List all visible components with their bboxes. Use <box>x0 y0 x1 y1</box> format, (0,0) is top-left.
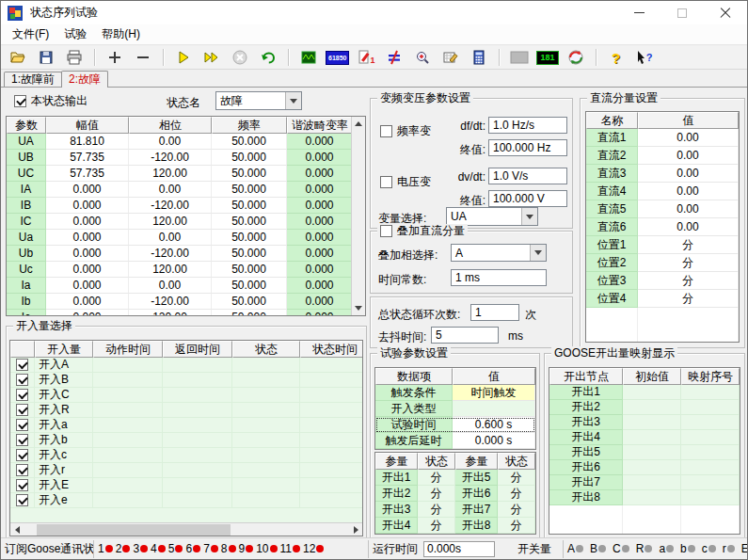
binary-input-checkbox[interactable] <box>16 494 28 506</box>
col-header-checkbox[interactable] <box>10 341 35 358</box>
save-button[interactable] <box>35 47 57 68</box>
goose-mapping-row[interactable]: 开出1 <box>549 385 740 400</box>
variable-select-combo[interactable]: UA <box>446 207 538 226</box>
volt-change-checkbox[interactable] <box>380 176 392 188</box>
dc-value-cell[interactable]: 0.00 <box>638 183 739 200</box>
amplitude-cell[interactable]: 0.000 <box>46 198 129 214</box>
dc-value-cell[interactable]: 0.00 <box>638 200 739 218</box>
debounce-input[interactable]: 5 <box>431 327 499 344</box>
frequency-cell[interactable]: 50.000 <box>212 182 287 198</box>
initial-value-cell[interactable] <box>623 385 681 400</box>
state-name-combo[interactable]: 故障 <box>215 91 302 110</box>
thd-cell[interactable]: 0.000 <box>287 230 351 246</box>
binary-input-row[interactable]: 开入b <box>10 433 362 448</box>
binary-input-checkbox[interactable] <box>16 374 28 386</box>
freq-change-checkbox[interactable] <box>380 125 392 137</box>
amplitude-cell[interactable]: 0.000 <box>46 246 129 262</box>
initial-value-cell[interactable] <box>623 490 681 505</box>
dc-table-row[interactable]: 位置2 分 <box>586 254 739 272</box>
amplitude-cell[interactable]: 57.735 <box>46 150 129 166</box>
sequence-edit-button[interactable] <box>439 47 462 68</box>
combo-dropdown-button[interactable] <box>285 92 301 109</box>
dc-value-cell[interactable]: 分 <box>638 272 739 290</box>
thd-cell[interactable]: 0.000 <box>287 166 351 182</box>
digital-display-button[interactable]: 181 <box>536 47 558 68</box>
scrollbar-thumb[interactable] <box>37 524 231 536</box>
value-cell[interactable]: 0.600 s <box>453 417 535 433</box>
col-header-state-time[interactable]: 状态时间 <box>300 341 363 358</box>
col-header-output-node[interactable]: 开出节点 <box>549 368 623 385</box>
phase-cell[interactable]: 0.00 <box>129 278 212 294</box>
goose-mapping-row[interactable]: 开出5 <box>549 445 740 460</box>
binary-input-row[interactable]: 开入r <box>10 463 362 478</box>
amplitude-cell[interactable]: 0.000 <box>46 182 129 198</box>
phase-cell[interactable]: 120.00 <box>129 262 212 278</box>
tab-state-2[interactable]: 2:故障 <box>61 71 108 88</box>
initial-value-cell[interactable] <box>623 415 681 430</box>
binary-input-row[interactable]: 开入C <box>10 388 362 403</box>
tab-state-1[interactable]: 1:故障前 <box>4 72 62 87</box>
scroll-down-button[interactable] <box>352 301 365 315</box>
frequency-cell[interactable]: 50.000 <box>212 294 287 310</box>
stop-button[interactable] <box>229 47 251 68</box>
close-button[interactable] <box>704 1 747 24</box>
binary-input-row[interactable]: 开入E <box>10 478 362 493</box>
freq-end-input[interactable]: 100.000 Hz <box>488 139 567 156</box>
goose-mapping-row[interactable]: 开出8 <box>549 490 740 505</box>
binary-input-checkbox[interactable] <box>16 404 28 416</box>
thd-cell[interactable]: 0.000 <box>287 198 351 214</box>
col-header-state[interactable]: 状态 <box>232 341 300 358</box>
col-header-thd[interactable]: 谐波畸变率 <box>287 117 351 134</box>
dc-value-cell[interactable]: 分 <box>638 254 739 272</box>
col-header-initial-value[interactable]: 初始值 <box>623 368 681 385</box>
output-state-cell[interactable]: 分 <box>498 486 535 502</box>
dc-table-row[interactable]: 直流6 0.00 <box>586 218 739 236</box>
phase-cell[interactable]: -120.00 <box>129 198 212 214</box>
combo-dropdown-button[interactable] <box>521 208 537 225</box>
param-table-row[interactable]: Ib 0.000 -120.00 50.000 0.000 <box>7 294 351 310</box>
trigger-table-row[interactable]: 开入类型 <box>375 401 535 417</box>
param-table-row[interactable]: Ic 0.000 120.00 50.000 0.000 <box>7 310 351 315</box>
value-cell[interactable]: 时间触发 <box>453 385 535 401</box>
state-output-checkbox[interactable] <box>14 95 26 107</box>
print-button[interactable] <box>63 47 86 68</box>
col-header-phase[interactable]: 相位 <box>129 117 212 134</box>
param-table-row[interactable]: IB 0.000 -120.00 50.000 0.000 <box>7 198 351 214</box>
frequency-cell[interactable]: 50.000 <box>212 310 287 315</box>
dc-table-row[interactable]: 位置3 分 <box>586 272 739 290</box>
zoom-button[interactable] <box>411 47 434 68</box>
output-state-row[interactable]: 开出3 分 开出7 分 <box>375 502 535 518</box>
help-button[interactable]: ? <box>605 47 628 68</box>
thd-cell[interactable]: 0.000 <box>287 134 351 150</box>
col-header-state-1[interactable]: 状态 <box>418 453 455 470</box>
mapping-index-cell[interactable] <box>681 445 740 460</box>
initial-value-cell[interactable] <box>623 475 681 490</box>
sync-button[interactable] <box>565 47 587 68</box>
blank-button[interactable] <box>508 47 531 68</box>
dc-value-cell[interactable]: 分 <box>638 236 739 254</box>
phase-cell[interactable]: -120.00 <box>129 150 212 166</box>
dc-value-cell[interactable]: 0.00 <box>638 165 739 183</box>
calculator-button[interactable] <box>468 47 490 68</box>
initial-value-cell[interactable] <box>623 430 681 445</box>
phase-cell[interactable]: -120.00 <box>129 294 212 310</box>
waveform-button[interactable] <box>297 47 320 68</box>
amplitude-cell[interactable]: 0.000 <box>46 262 129 278</box>
goose-mapping-row[interactable]: 开出6 <box>549 460 740 475</box>
mapping-index-cell[interactable] <box>681 415 740 430</box>
dc-table-row[interactable]: 直流2 0.00 <box>586 147 739 165</box>
mapping-index-cell[interactable] <box>681 490 740 505</box>
time-constant-input[interactable]: 1 ms <box>451 269 547 286</box>
param-table-row[interactable]: UC 57.735 120.00 50.000 0.000 <box>7 166 351 182</box>
amplitude-cell[interactable]: 0.000 <box>46 230 129 246</box>
goose-mapping-row[interactable]: 开出3 <box>549 415 740 430</box>
output-state-row[interactable]: 开出1 分 开出5 分 <box>375 470 535 486</box>
mapping-index-cell[interactable] <box>681 475 740 490</box>
superpose-phase-combo[interactable]: A <box>451 244 547 262</box>
menu-test[interactable]: 试验 <box>56 24 94 44</box>
col-header-param-2[interactable]: 参量 <box>455 453 498 470</box>
value-cell[interactable] <box>453 401 535 417</box>
binary-input-checkbox[interactable] <box>16 479 28 491</box>
goose-mapping-row[interactable]: 开出2 <box>549 400 740 415</box>
binary-input-row[interactable]: 开入R <box>10 403 362 418</box>
